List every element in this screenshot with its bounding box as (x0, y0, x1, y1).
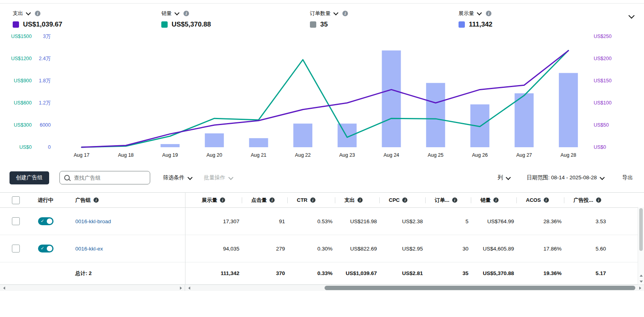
metric-dropdown-sales[interactable]: 销量 (161, 10, 310, 17)
horizontal-scrollbar-thumb[interactable] (325, 286, 635, 290)
col-header-adgroup: 广告组 (59, 197, 185, 204)
col-header-status: 进行中 (32, 197, 59, 204)
col-header-label: 进行中 (38, 197, 54, 204)
spend-cell: US$216.98 (335, 218, 379, 224)
chevron-down-icon (600, 175, 605, 180)
info-icon[interactable] (493, 197, 499, 203)
bar[interactable] (293, 123, 312, 147)
metric-swatch (13, 21, 19, 28)
row-select-cell (0, 245, 32, 252)
info-icon[interactable] (357, 197, 363, 203)
metrics-bar: 支出 US$1,039.67 销量 US$5,370.88 订单数量 (0, 4, 644, 28)
svg-text:2.4万: 2.4万 (39, 56, 51, 61)
scroll-left-button[interactable] (2, 285, 6, 291)
vertical-scrollbar[interactable] (638, 207, 644, 285)
search-input[interactable] (73, 175, 145, 181)
metric-dropdown-impressions[interactable]: 展示量 (459, 10, 607, 17)
select-all-checkbox[interactable] (12, 196, 20, 204)
scroll-down-button[interactable] (638, 279, 644, 285)
bar[interactable] (515, 93, 534, 147)
info-icon[interactable] (544, 197, 549, 203)
col-header-acos: ACOS (516, 197, 564, 203)
total-impressions-cell: 111,342 (185, 270, 242, 276)
svg-text:US$100: US$100 (594, 100, 612, 106)
info-icon[interactable] (402, 197, 407, 203)
col-header-impressions: 展示量 (185, 197, 242, 204)
clicks-cell: 91 (242, 218, 287, 224)
info-icon[interactable] (183, 11, 189, 16)
right-pane-hscrollbar[interactable] (185, 285, 644, 291)
status-toggle-on[interactable] (38, 217, 54, 225)
info-icon[interactable] (596, 197, 601, 203)
row-checkbox[interactable] (12, 245, 20, 252)
bar[interactable] (382, 50, 401, 147)
bar[interactable] (161, 144, 180, 147)
performance-chart-svg[interactable]: US$15003万US$250US$12002.4万US$200US$9001.… (0, 30, 644, 161)
bar[interactable] (559, 73, 578, 147)
metric-card-spend: 支出 US$1,039.67 (13, 10, 161, 28)
collapse-chart-button[interactable] (629, 13, 634, 19)
svg-text:Aug 17: Aug 17 (74, 152, 90, 158)
col-header-label: ACOS (526, 197, 541, 203)
vertical-scrollbar-thumb[interactable] (639, 208, 643, 251)
info-icon[interactable] (486, 11, 491, 16)
total-roas-cell: 5.17 (564, 270, 608, 276)
bar[interactable] (338, 123, 357, 147)
chevron-down-icon (228, 175, 233, 180)
col-header-label: CPC (389, 197, 399, 203)
metric-card-sales: 销量 US$5,370.88 (161, 10, 310, 28)
metric-value: US$1,039.67 (23, 21, 62, 28)
svg-text:Aug 25: Aug 25 (428, 152, 443, 158)
bulk-actions-dropdown[interactable]: 批量操作 (204, 174, 233, 181)
search-ad-group-box[interactable] (59, 171, 150, 184)
col-header-label: 广告投... (573, 197, 593, 204)
bar[interactable] (205, 133, 224, 147)
bar[interactable] (249, 138, 268, 147)
arrow-right-icon (180, 287, 182, 290)
col-header-label: 订单... (435, 197, 449, 204)
svg-text:Aug 19: Aug 19 (162, 152, 178, 158)
columns-label: 列 (497, 174, 503, 181)
columns-dropdown[interactable]: 列 (497, 174, 510, 181)
info-icon[interactable] (220, 197, 225, 203)
performance-chart[interactable]: US$15003万US$250US$12002.4万US$200US$9001.… (0, 30, 644, 161)
scroll-left-button[interactable] (187, 285, 191, 291)
sales-line[interactable] (82, 50, 568, 147)
left-pane-hscrollbar[interactable] (0, 285, 185, 291)
svg-text:US$250: US$250 (594, 34, 612, 39)
row-name-cell: 0016-kkl-ex (59, 246, 185, 252)
bar[interactable] (426, 83, 445, 147)
info-icon[interactable] (452, 197, 457, 203)
impressions-cell: 94,035 (185, 246, 242, 252)
scroll-right-button[interactable] (178, 285, 183, 291)
ad-group-link[interactable]: 0016-kkl-ex (75, 246, 103, 252)
col-header-clicks: 点击量 (242, 197, 287, 204)
info-icon[interactable] (94, 197, 99, 203)
col-header-label: 点击量 (251, 197, 267, 204)
export-button[interactable]: 导出 (622, 174, 633, 181)
svg-text:3万: 3万 (43, 34, 51, 39)
date-range-dropdown[interactable]: 日期范围: 08-14 - 2025-08-28 (527, 174, 604, 181)
orders-cell: 5 (425, 218, 471, 224)
info-icon[interactable] (35, 11, 40, 16)
scroll-up-button[interactable] (638, 273, 644, 279)
status-toggle-on[interactable] (38, 245, 54, 252)
info-icon[interactable] (342, 11, 348, 16)
metric-dropdown-orders[interactable]: 订单数量 (310, 10, 459, 17)
scroll-right-button[interactable] (638, 285, 642, 291)
metric-swatch (310, 21, 316, 28)
svg-text:6000: 6000 (40, 122, 51, 128)
metric-dropdown-spend[interactable]: 支出 (13, 10, 161, 17)
svg-text:Aug 18: Aug 18 (118, 152, 134, 158)
sales-cell: US$764.99 (471, 218, 516, 224)
info-icon[interactable] (310, 197, 315, 203)
info-icon[interactable] (269, 197, 275, 203)
create-ad-group-button[interactable]: 创建广告组 (10, 171, 49, 184)
ad-console-page: 支出 US$1,039.67 销量 US$5,370.88 订单数量 (0, 3, 644, 291)
row-status-cell (32, 245, 59, 252)
ad-group-link[interactable]: 0016-kkl-broad (75, 218, 111, 224)
impressions-bars[interactable] (161, 50, 578, 147)
row-checkbox[interactable] (12, 217, 20, 225)
col-header-roas: 广告投... (564, 197, 608, 204)
filter-dropdown[interactable]: 筛选条件 (163, 174, 192, 181)
